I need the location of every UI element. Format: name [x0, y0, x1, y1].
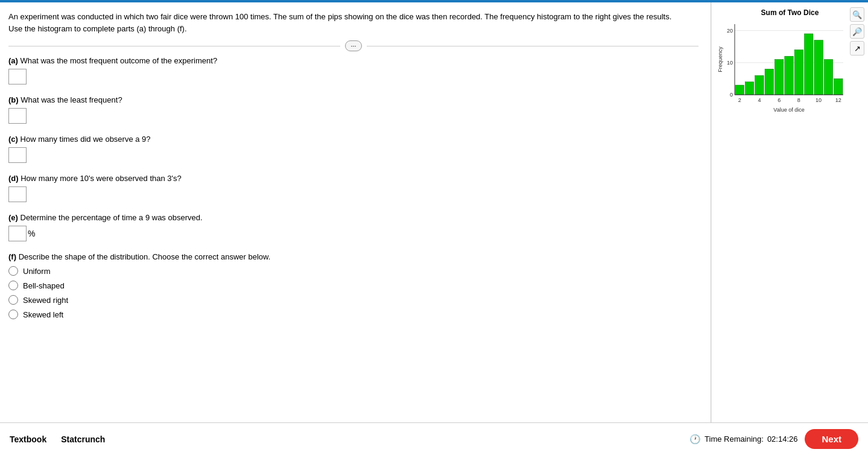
time-remaining-value: 02:14:26 — [767, 434, 798, 444]
radio-bell-shaped-input[interactable] — [8, 281, 18, 290]
radio-skewed-left-label: Skewed left — [23, 310, 63, 319]
part-b-input[interactable] — [8, 108, 27, 124]
svg-rect-8 — [755, 75, 764, 95]
radio-skewed-left-input[interactable] — [8, 310, 18, 319]
radio-uniform-label: Uniform — [23, 267, 51, 276]
radio-bell-shaped-label: Bell-shaped — [23, 281, 65, 290]
svg-rect-6 — [735, 85, 744, 95]
svg-text:12: 12 — [835, 97, 841, 103]
radio-skewed-left[interactable]: Skewed left — [8, 310, 699, 319]
part-e-label: (e) Determine the percentage of time a 9… — [8, 213, 699, 222]
svg-text:6: 6 — [778, 97, 781, 103]
part-a-input[interactable] — [8, 69, 27, 84]
time-remaining: 🕐 Time Remaining: 02:14:26 — [689, 434, 797, 445]
svg-rect-9 — [765, 69, 773, 95]
svg-text:2: 2 — [738, 97, 741, 103]
part-a: (a) What was the most frequent outcome o… — [8, 56, 699, 84]
statcrunch-link[interactable]: Statcrunch — [61, 434, 105, 444]
svg-rect-13 — [805, 34, 813, 95]
svg-text:4: 4 — [758, 97, 761, 103]
part-c: (c) How many times did we observe a 9? — [8, 135, 699, 163]
footer-right: 🕐 Time Remaining: 02:14:26 Next — [689, 429, 858, 449]
part-f-radio-group: Uniform Bell-shaped Skewed right Skewed … — [8, 266, 699, 319]
part-b-label: (b) What was the least frequent? — [8, 95, 699, 104]
chart-panel: Sum of Two Dice 🔍 🔎 ↗ 0102024681012Value… — [711, 2, 868, 422]
intro-text: An experiment was conducted in which two… — [8, 11, 672, 34]
svg-text:8: 8 — [797, 97, 800, 103]
part-e-input[interactable] — [8, 226, 27, 241]
svg-rect-12 — [794, 50, 803, 95]
svg-text:10: 10 — [727, 60, 733, 66]
zoom-out-button[interactable]: 🔎 — [850, 24, 864, 39]
part-c-input[interactable] — [8, 147, 27, 163]
main-content: An experiment was conducted in which two… — [0, 2, 868, 422]
zoom-in-button[interactable]: 🔍 — [850, 7, 864, 22]
svg-text:20: 20 — [727, 28, 733, 34]
export-button[interactable]: ↗ — [850, 41, 864, 56]
divider-line-left — [8, 46, 340, 46]
svg-rect-10 — [775, 60, 783, 95]
part-d: (d) How many more 10's were observed tha… — [8, 174, 699, 202]
chart-title: Sum of Two Dice — [717, 8, 863, 17]
percent-symbol: % — [28, 229, 35, 238]
svg-rect-11 — [785, 56, 793, 95]
part-b: (b) What was the least frequent? — [8, 95, 699, 124]
divider-container: ··· — [8, 40, 699, 51]
part-d-input[interactable] — [8, 186, 27, 202]
svg-rect-7 — [745, 82, 753, 95]
svg-rect-16 — [834, 78, 843, 95]
chart-svg-container: 0102024681012Value of diceFrequency — [717, 19, 863, 115]
time-remaining-label: Time Remaining: — [705, 434, 764, 444]
part-e: (e) Determine the percentage of time a 9… — [8, 213, 699, 241]
chart-svg: 0102024681012Value of diceFrequency — [717, 19, 849, 113]
part-d-label: (d) How many more 10's were observed tha… — [8, 174, 699, 183]
textbook-link[interactable]: Textbook — [10, 434, 46, 444]
part-e-input-wrapper: % — [8, 226, 699, 241]
footer: Textbook Statcrunch 🕐 Time Remaining: 02… — [0, 422, 868, 455]
svg-text:Frequency: Frequency — [717, 46, 723, 72]
next-button[interactable]: Next — [805, 429, 858, 449]
footer-left: Textbook Statcrunch — [10, 434, 105, 444]
clock-icon: 🕐 — [689, 434, 701, 445]
divider-line-right — [367, 46, 699, 46]
svg-rect-15 — [824, 60, 832, 95]
chart-controls: 🔍 🔎 ↗ — [850, 7, 864, 56]
divider-button[interactable]: ··· — [345, 40, 361, 51]
part-f: (f) Describe the shape of the distributi… — [8, 252, 699, 319]
question-area: An experiment was conducted in which two… — [0, 2, 711, 422]
radio-skewed-right-input[interactable] — [8, 295, 18, 305]
part-c-label: (c) How many times did we observe a 9? — [8, 135, 699, 144]
svg-text:Value of dice: Value of dice — [773, 107, 804, 113]
radio-uniform[interactable]: Uniform — [8, 266, 699, 276]
svg-text:10: 10 — [816, 97, 822, 103]
part-f-label: (f) Describe the shape of the distributi… — [8, 252, 699, 261]
radio-skewed-right[interactable]: Skewed right — [8, 295, 699, 305]
part-a-label: (a) What was the most frequent outcome o… — [8, 56, 699, 65]
svg-rect-14 — [814, 40, 823, 95]
radio-skewed-right-label: Skewed right — [23, 296, 68, 305]
radio-bell-shaped[interactable]: Bell-shaped — [8, 281, 699, 290]
svg-text:0: 0 — [730, 92, 733, 98]
radio-uniform-input[interactable] — [8, 266, 18, 276]
